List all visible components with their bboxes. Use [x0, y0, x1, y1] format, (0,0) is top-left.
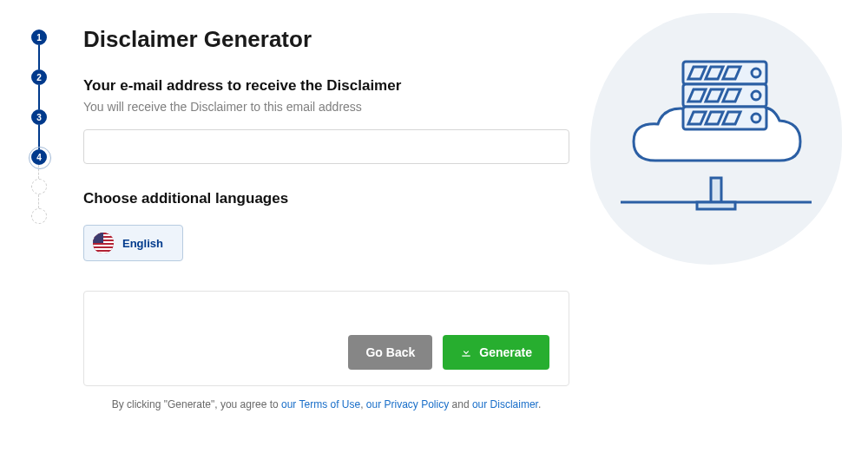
footer-sep: and — [449, 398, 472, 410]
terms-link[interactable]: our Terms of Use — [281, 398, 360, 410]
page-title: Disclaimer Generator — [83, 26, 569, 53]
step-future — [31, 179, 47, 194]
privacy-link[interactable]: our Privacy Policy — [366, 398, 449, 410]
footer-sep: , — [360, 398, 366, 410]
disclaimer-link[interactable]: our Disclaimer — [472, 398, 538, 410]
step-4-current[interactable]: 4 — [31, 149, 47, 165]
step-3[interactable]: 3 — [31, 109, 47, 125]
footer-prefix: By clicking "Generate", you agree to — [112, 398, 281, 410]
action-button-row: Go Back Generate — [83, 291, 569, 386]
language-label: English — [122, 237, 163, 250]
go-back-label: Go Back — [365, 345, 415, 359]
email-input[interactable] — [83, 129, 569, 164]
step-connector — [38, 45, 40, 69]
usa-flag-icon — [93, 233, 114, 253]
email-hint: You will receive the Disclaimer to this … — [83, 100, 569, 114]
consent-footer: By clicking "Generate", you agree to our… — [83, 398, 569, 410]
step-connector — [38, 125, 40, 149]
go-back-button[interactable]: Go Back — [348, 335, 432, 370]
wizard-stepper: 1 2 3 4 — [26, 26, 52, 410]
language-english-button[interactable]: English — [83, 225, 183, 261]
step-future — [31, 208, 47, 224]
step-connector-dashed — [38, 194, 40, 208]
step-connector — [38, 85, 40, 109]
generate-button[interactable]: Generate — [443, 335, 549, 370]
languages-heading: Choose additional languages — [83, 190, 569, 207]
generate-label: Generate — [479, 345, 532, 359]
step-2[interactable]: 2 — [31, 69, 47, 85]
step-1[interactable]: 1 — [31, 30, 47, 45]
footer-suffix: . — [538, 398, 541, 410]
email-heading: Your e-mail address to receive the Discl… — [83, 77, 569, 95]
download-icon — [460, 346, 472, 358]
